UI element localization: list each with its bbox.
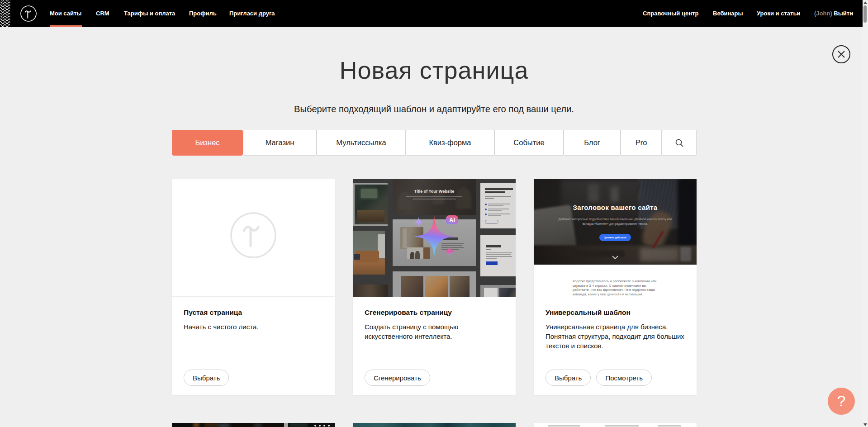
svg-text:AI: AI (449, 217, 455, 223)
